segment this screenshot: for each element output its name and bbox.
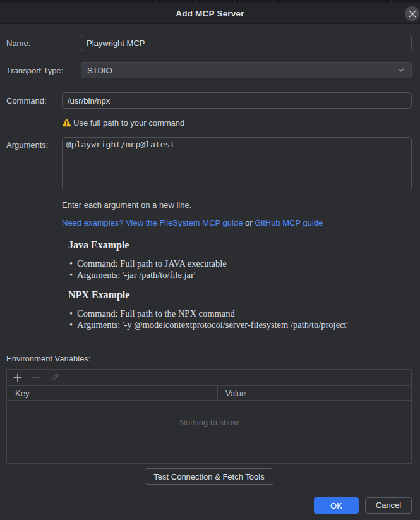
list-item: Arguments: '-jar /path/to/file.jar' <box>68 269 412 281</box>
test-connection-row: Test Connection & Fetch Tools <box>6 468 412 485</box>
arguments-row: Arguments: @playwright/mcp@latest <box>6 137 412 190</box>
examples-section: Java Example Command: Full path to JAVA … <box>68 239 412 330</box>
arguments-textarea[interactable]: @playwright/mcp@latest <box>62 137 412 190</box>
env-vars-empty-state: Nothing to show <box>7 401 411 463</box>
name-label: Name: <box>6 39 81 48</box>
env-vars-header-row: Key Value <box>7 386 411 401</box>
close-icon <box>409 10 416 18</box>
java-example-heading: Java Example <box>68 239 412 251</box>
command-row: Command: <box>6 92 412 109</box>
transport-selected-value: STDIO <box>87 66 112 75</box>
command-warning: Use full path to your command <box>62 118 412 128</box>
env-vars-toolbar <box>7 370 411 386</box>
list-item: Command: Full path to the NPX command <box>68 308 412 319</box>
ok-button[interactable]: OK <box>314 497 359 514</box>
warning-text: Use full path to your command <box>73 118 184 128</box>
name-row: Name: <box>6 35 412 51</box>
warning-icon <box>62 118 71 127</box>
list-item: Arguments: '-y @modelcontextprotocol/ser… <box>68 319 412 330</box>
dialog-titlebar: Add MCP Server <box>0 3 420 24</box>
filesystem-mcp-guide-link[interactable]: Need examples? View the FileSystem MCP g… <box>62 218 243 227</box>
add-icon[interactable] <box>13 373 23 383</box>
command-label: Command: <box>6 96 62 106</box>
name-input[interactable] <box>81 35 412 51</box>
list-item: Command: Full path to JAVA executable <box>68 258 412 269</box>
command-input[interactable] <box>62 92 412 109</box>
cancel-button[interactable]: Cancel <box>365 497 412 514</box>
arguments-label: Arguments: <box>6 137 62 150</box>
close-button[interactable] <box>405 6 419 21</box>
column-header-value: Value <box>218 386 411 400</box>
chevron-down-icon <box>397 66 405 75</box>
edit-icon[interactable] <box>49 373 59 383</box>
arguments-hint: Enter each argument on a new line. <box>62 200 412 210</box>
npx-example-heading: NPX Example <box>68 289 412 301</box>
link-separator: or <box>243 218 255 227</box>
env-vars-label: Environment Variables: <box>6 354 412 363</box>
java-example-list: Command: Full path to JAVA executable Ar… <box>68 258 412 281</box>
remove-icon[interactable] <box>31 373 41 383</box>
github-mcp-guide-link[interactable]: GitHub MCP guide <box>255 218 323 227</box>
transport-row: Transport Type: STDIO <box>6 62 412 78</box>
npx-example-list: Command: Full path to the NPX command Ar… <box>68 308 412 330</box>
column-header-key: Key <box>7 386 218 400</box>
dialog-body: Name: Transport Type: STDIO Command: Use… <box>0 35 420 514</box>
transport-label: Transport Type: <box>6 66 81 75</box>
dialog-title: Add MCP Server <box>176 9 244 18</box>
env-vars-table: Key Value Nothing to show <box>6 369 412 464</box>
test-connection-button[interactable]: Test Connection & Fetch Tools <box>145 468 273 485</box>
transport-select[interactable]: STDIO <box>81 62 412 78</box>
examples-links-line: Need examples? View the FileSystem MCP g… <box>62 218 412 227</box>
dialog-footer: OK Cancel <box>6 497 412 514</box>
